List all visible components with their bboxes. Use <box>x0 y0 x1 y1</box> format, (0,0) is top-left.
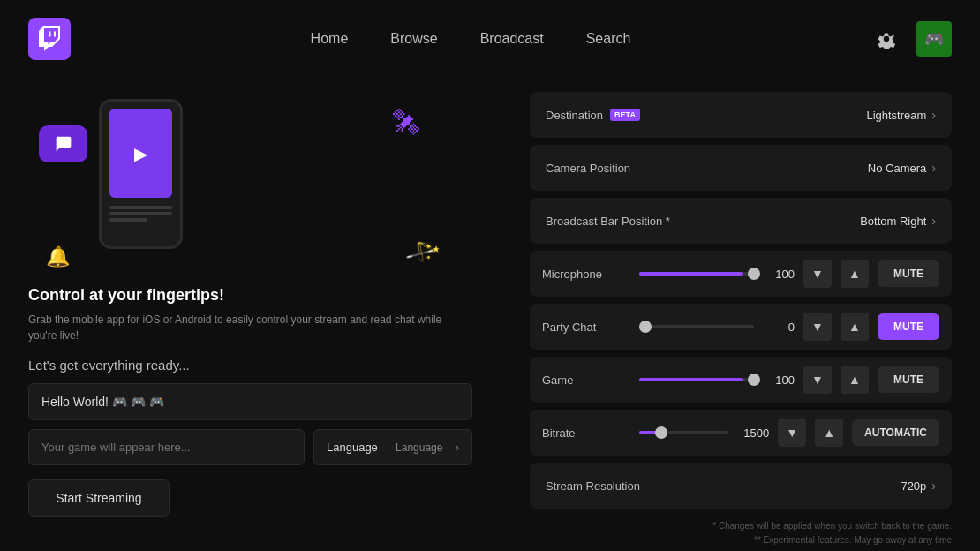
game-audio-row: Game 100 ▼ ▲ MUTE <box>530 357 952 403</box>
bitrate-value: 1500 <box>737 426 769 440</box>
main-content: ▶ 🛰 🪄 🔔 Control at your fingertips! Grab… <box>0 78 980 551</box>
start-streaming-button[interactable]: Start Streaming <box>28 479 170 517</box>
microphone-value: 100 <box>763 268 795 281</box>
broadcast-bar-label: Broadcast Bar Position * <box>546 215 670 228</box>
ready-label: Let's get everything ready... <box>28 358 472 373</box>
party-chat-vol-down[interactable]: ▼ <box>803 313 832 341</box>
logo[interactable] <box>28 18 71 60</box>
nav-links: Home Browse Broadcast Search <box>311 31 631 47</box>
party-chat-slider[interactable] <box>639 325 754 328</box>
chat-bubble-icon <box>39 125 87 162</box>
satellite-icon: 🛰 <box>393 108 419 138</box>
language-chevron-icon: › <box>456 441 459 454</box>
right-panel: Destination BETA Lightstream › Camera Po… <box>530 78 952 551</box>
microphone-vol-down[interactable]: ▼ <box>803 260 832 288</box>
language-select[interactable]: Language Language › <box>313 429 472 465</box>
game-mute-button[interactable]: MUTE <box>878 366 939 393</box>
microphone-row: Microphone 100 ▼ ▲ MUTE <box>530 251 952 297</box>
game-audio-slider[interactable] <box>639 378 754 381</box>
bitrate-auto-button[interactable]: AUTOMATIC <box>852 419 939 446</box>
bitrate-slider[interactable] <box>639 431 728 434</box>
game-audio-value: 100 <box>763 374 795 387</box>
destination-value[interactable]: Lightstream › <box>866 108 936 122</box>
destination-label: Destination BETA <box>546 109 640 122</box>
bitrate-vol-up[interactable]: ▲ <box>815 419 843 447</box>
illustration: ▶ 🛰 🪄 🔔 <box>28 99 472 276</box>
bitrate-row: Bitrate 1500 ▼ ▲ AUTOMATIC <box>530 410 952 456</box>
party-chat-label: Party Chat <box>542 321 630 334</box>
nav-browse[interactable]: Browse <box>390 31 437 47</box>
footnote: * Changes will be applied when you switc… <box>530 519 952 547</box>
game-input[interactable] <box>28 429 305 465</box>
nav-home[interactable]: Home <box>311 31 349 47</box>
settings-icon[interactable] <box>871 23 902 55</box>
microphone-mute-button[interactable]: MUTE <box>878 260 939 287</box>
stream-resolution-row[interactable]: Stream Resolution 720p › <box>530 463 952 509</box>
party-chat-mute-button[interactable]: MUTE <box>878 313 939 340</box>
bitrate-vol-down[interactable]: ▼ <box>778 419 806 447</box>
party-chat-row: Party Chat 0 ▼ ▲ MUTE <box>530 304 952 350</box>
stream-resolution-chevron-icon: › <box>931 479 936 493</box>
wand-icon: 🪄 <box>403 234 441 272</box>
bottom-row: Language Language › <box>28 429 472 465</box>
control-title: Control at your fingertips! <box>28 286 472 305</box>
bitrate-label: Bitrate <box>542 426 630 440</box>
broadcast-bar-position-row[interactable]: Broadcast Bar Position * Bottom Right › <box>530 198 952 244</box>
navigation: Home Browse Broadcast Search 🎮 <box>0 0 980 78</box>
party-chat-vol-up[interactable]: ▲ <box>841 313 869 341</box>
camera-chevron-icon: › <box>931 161 936 175</box>
stream-title-input[interactable] <box>28 383 472 420</box>
broadcast-bar-chevron-icon: › <box>931 214 936 228</box>
game-vol-up[interactable]: ▲ <box>841 366 869 394</box>
nav-search[interactable]: Search <box>586 31 631 47</box>
left-panel: ▶ 🛰 🪄 🔔 Control at your fingertips! Grab… <box>28 78 472 551</box>
game-vol-down[interactable]: ▼ <box>803 366 832 394</box>
stream-resolution-value[interactable]: 720p › <box>901 479 936 493</box>
microphone-label: Microphone <box>542 268 630 281</box>
destination-row[interactable]: Destination BETA Lightstream › <box>530 92 952 138</box>
beta-badge: BETA <box>610 109 640 121</box>
party-chat-value: 0 <box>763 321 795 334</box>
game-audio-label: Game <box>542 374 630 387</box>
microphone-slider[interactable] <box>639 272 754 276</box>
stream-resolution-label: Stream Resolution <box>546 479 640 493</box>
user-avatar[interactable]: 🎮 <box>916 21 952 57</box>
camera-position-label: Camera Position <box>546 162 630 175</box>
broadcast-bar-value[interactable]: Bottom Right › <box>860 214 936 228</box>
control-description: Grab the mobile app for iOS or Android t… <box>28 312 472 343</box>
bell-icon: 🔔 <box>46 245 70 268</box>
destination-chevron-icon: › <box>931 108 936 122</box>
camera-position-value[interactable]: No Camera › <box>868 161 936 175</box>
nav-broadcast[interactable]: Broadcast <box>480 31 544 47</box>
phone-illustration: ▶ <box>99 99 183 249</box>
camera-position-row[interactable]: Camera Position No Camera › <box>530 145 952 191</box>
microphone-vol-up[interactable]: ▲ <box>841 260 869 288</box>
nav-right: 🎮 <box>871 21 952 57</box>
panel-divider <box>501 92 501 537</box>
